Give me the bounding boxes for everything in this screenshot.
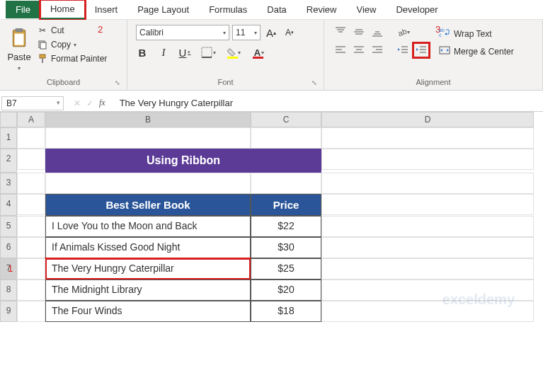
svg-marker-31 bbox=[398, 48, 400, 51]
increase-indent-button[interactable] bbox=[413, 43, 429, 57]
align-right-button[interactable] bbox=[370, 43, 385, 57]
table-cell[interactable]: $20 bbox=[251, 279, 321, 301]
cell[interactable] bbox=[45, 173, 251, 194]
merge-icon bbox=[439, 45, 450, 57]
col-header-c[interactable]: C bbox=[251, 112, 321, 127]
select-all-button[interactable] bbox=[0, 112, 17, 127]
name-box[interactable]: B7 bbox=[1, 96, 64, 110]
col-header-a[interactable]: A bbox=[17, 112, 45, 127]
paste-button[interactable]: Paste ▾ bbox=[4, 22, 34, 76]
cell[interactable] bbox=[17, 194, 45, 215]
svg-marker-38 bbox=[445, 33, 447, 35]
row-header-8[interactable]: 8 bbox=[0, 279, 17, 301]
row-header-1[interactable]: 1 bbox=[0, 127, 17, 149]
cell[interactable] bbox=[45, 127, 251, 149]
copy-icon bbox=[37, 39, 48, 50]
paste-icon bbox=[10, 28, 28, 49]
font-color-button[interactable]: A▾ bbox=[251, 45, 268, 60]
annotation-1: 1 bbox=[8, 263, 13, 274]
cell[interactable] bbox=[321, 149, 534, 170]
align-top-button[interactable] bbox=[333, 25, 348, 39]
cell[interactable] bbox=[17, 216, 45, 237]
cell[interactable] bbox=[321, 194, 534, 215]
tab-insert[interactable]: Insert bbox=[85, 1, 128, 18]
increase-font-button[interactable]: A▴ bbox=[263, 25, 279, 40]
tab-developer[interactable]: Developer bbox=[386, 1, 447, 18]
col-header-b[interactable]: B bbox=[45, 112, 251, 127]
orientation-button[interactable]: ab▾ bbox=[395, 25, 411, 39]
table-cell[interactable]: $30 bbox=[251, 237, 321, 258]
row-header-4[interactable]: 4 bbox=[0, 194, 17, 216]
cell[interactable]: 1 bbox=[17, 258, 45, 279]
font-size-select[interactable]: 11▾ bbox=[232, 25, 261, 40]
cell[interactable] bbox=[321, 127, 534, 149]
decrease-indent-button[interactable] bbox=[395, 43, 411, 57]
tab-view[interactable]: View bbox=[346, 1, 386, 18]
fx-icon[interactable]: fx bbox=[99, 98, 105, 108]
cell[interactable] bbox=[321, 216, 534, 237]
cell[interactable] bbox=[321, 258, 534, 279]
bold-button[interactable]: B bbox=[136, 45, 149, 60]
cell[interactable] bbox=[321, 279, 534, 301]
row-header-5[interactable]: 5 bbox=[0, 216, 17, 237]
cut-button[interactable]: ✂ Cut bbox=[37, 25, 107, 36]
cell[interactable] bbox=[251, 127, 321, 149]
decrease-font-button[interactable]: A▾ bbox=[282, 25, 297, 40]
formula-bar[interactable]: The Very Hungry Caterpillar bbox=[115, 96, 543, 110]
format-painter-label: Format Painter bbox=[51, 54, 107, 64]
table-header-book[interactable]: Best Seller Book bbox=[45, 194, 251, 216]
row-header-9[interactable]: 9 bbox=[0, 301, 17, 322]
table-cell[interactable]: The Midnight Library bbox=[45, 279, 251, 301]
align-left-button[interactable] bbox=[333, 43, 348, 57]
align-bottom-button[interactable] bbox=[370, 25, 385, 39]
align-middle-button[interactable] bbox=[351, 25, 367, 39]
cell[interactable] bbox=[17, 149, 45, 170]
tab-file[interactable]: File bbox=[6, 1, 40, 18]
cell[interactable] bbox=[17, 173, 45, 194]
format-painter-button[interactable]: Format Painter bbox=[37, 53, 107, 64]
font-name-select[interactable]: Calibri▾ bbox=[136, 25, 229, 40]
cell[interactable] bbox=[251, 173, 321, 194]
table-cell[interactable]: I Love You to the Moon and Back bbox=[45, 216, 251, 237]
underline-button[interactable]: U▾ bbox=[178, 45, 191, 60]
table-cell[interactable]: $18 bbox=[251, 301, 321, 322]
table-cell[interactable]: If Animals Kissed Good Night bbox=[45, 237, 251, 258]
copy-button[interactable]: Copy ▾ bbox=[37, 39, 107, 50]
cell[interactable] bbox=[321, 173, 534, 194]
svg-marker-40 bbox=[440, 49, 442, 52]
italic-button[interactable]: I bbox=[157, 45, 170, 60]
cell[interactable] bbox=[17, 127, 45, 149]
row-header-2[interactable]: 2 bbox=[0, 149, 17, 173]
cancel-icon[interactable]: ✕ bbox=[74, 98, 81, 108]
table-header-price[interactable]: Price bbox=[251, 194, 321, 216]
cell[interactable] bbox=[17, 279, 45, 301]
align-center-button[interactable] bbox=[351, 43, 367, 57]
cell[interactable] bbox=[17, 301, 45, 322]
table-cell[interactable]: $22 bbox=[251, 216, 321, 237]
tab-review[interactable]: Review bbox=[297, 1, 347, 18]
tab-home[interactable]: Home bbox=[40, 0, 85, 20]
tab-data[interactable]: Data bbox=[257, 1, 296, 18]
fill-color-button[interactable]: ▾ bbox=[225, 45, 242, 60]
table-cell[interactable]: $25 bbox=[251, 258, 321, 279]
paste-label: Paste bbox=[7, 52, 30, 62]
enter-icon[interactable]: ✓ bbox=[86, 98, 93, 108]
tab-page-layout[interactable]: Page Layout bbox=[127, 1, 199, 18]
ribbon: 2 3 Paste ▾ ✂ Cut Copy ▾ bbox=[0, 20, 543, 91]
selected-cell[interactable]: The Very Hungry Caterpillar bbox=[45, 258, 251, 279]
table-cell[interactable]: The Four Winds bbox=[45, 301, 251, 322]
wrap-text-button[interactable]: abc Wrap Text bbox=[439, 28, 514, 40]
dialog-launcher-icon[interactable]: ⤡ bbox=[311, 79, 318, 86]
row-header-3[interactable]: 3 bbox=[0, 173, 17, 194]
borders-button[interactable]: ▾ bbox=[200, 45, 217, 60]
tab-formulas[interactable]: Formulas bbox=[199, 1, 257, 18]
dialog-launcher-icon[interactable]: ⤡ bbox=[114, 79, 121, 86]
col-header-d[interactable]: D bbox=[321, 112, 534, 127]
merge-center-button[interactable]: Merge & Center bbox=[439, 45, 514, 57]
svg-text:ab: ab bbox=[439, 28, 445, 33]
cell[interactable] bbox=[321, 237, 534, 258]
sheet-title[interactable]: Using Ribbon bbox=[45, 149, 321, 173]
row-header-6[interactable]: 6 bbox=[0, 237, 17, 258]
cell[interactable] bbox=[17, 237, 45, 258]
cell[interactable] bbox=[321, 301, 534, 322]
